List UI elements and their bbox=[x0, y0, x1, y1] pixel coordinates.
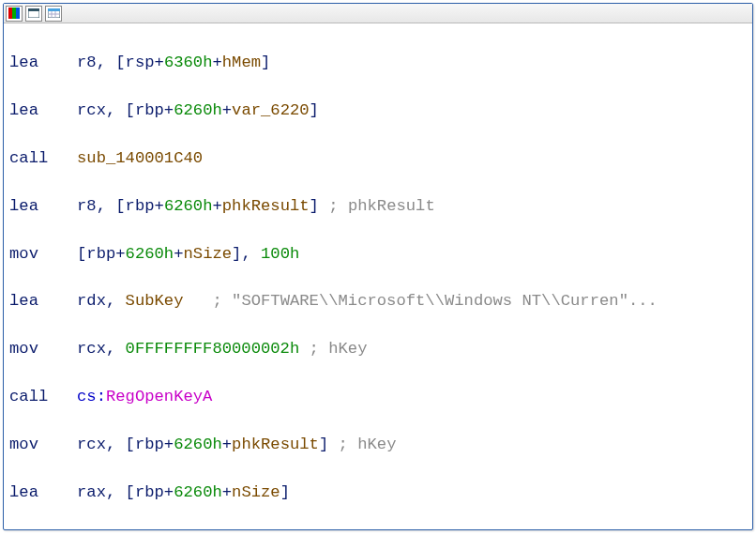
svg-rect-4 bbox=[28, 8, 39, 11]
svg-rect-0 bbox=[8, 8, 12, 19]
comment: ; phkResult bbox=[319, 197, 435, 215]
svg-rect-6 bbox=[48, 8, 60, 11]
mnemonic: call bbox=[9, 385, 77, 408]
mnemonic: mov bbox=[9, 433, 77, 456]
svg-rect-1 bbox=[12, 8, 16, 19]
calendar-icon bbox=[48, 8, 60, 18]
grid-button[interactable] bbox=[45, 6, 62, 22]
disassembly-listing[interactable]: lear8, [rsp+6360h+hMem] learcx, [rbp+626… bbox=[4, 23, 752, 529]
asm-line: lear8, [rbp+6260h+phkResult] ; phkResult bbox=[9, 194, 747, 218]
mnemonic: lea bbox=[9, 51, 77, 74]
mnemonic: mov bbox=[9, 528, 77, 529]
asm-line: movrcx, [rbp+6260h+phkResult] ; hKey bbox=[9, 433, 747, 456]
string-literal: "SOFTWARE\\Microsoft\\Windows NT\\Curren… bbox=[232, 292, 628, 310]
comment: ; hKey bbox=[299, 340, 367, 358]
asm-line: callsub_140001C40 bbox=[9, 146, 747, 170]
mnemonic: lea bbox=[9, 289, 77, 313]
mnemonic: call bbox=[9, 146, 77, 170]
asm-line: learcx, [rbp+6260h+var_6220] bbox=[9, 99, 747, 122]
svg-rect-2 bbox=[16, 8, 20, 19]
mnemonic: mov bbox=[9, 242, 77, 266]
window-button[interactable] bbox=[25, 6, 42, 22]
asm-line: mov[rbp+6260h+nSize], 100h bbox=[9, 242, 747, 266]
window-icon bbox=[28, 8, 39, 18]
mnemonic: mov bbox=[9, 337, 77, 360]
asm-line: lear8, [rsp+6360h+hMem] bbox=[9, 51, 747, 74]
toolbar bbox=[4, 4, 752, 23]
disassembly-window: lear8, [rsp+6360h+hMem] learcx, [rbp+626… bbox=[3, 3, 753, 530]
asm-line: learax, [rbp+6260h+nSize] bbox=[9, 481, 747, 504]
palette-icon bbox=[8, 8, 20, 19]
asm-line: movrcx, 0FFFFFFFF80000002h ; hKey bbox=[9, 337, 747, 360]
mnemonic: lea bbox=[9, 99, 77, 122]
comment: ; hKey bbox=[328, 436, 396, 453]
asm-line: movqword ptr [rsp+6360h+dwService], rax … bbox=[9, 528, 747, 529]
asm-line: callcs:RegOpenKeyA bbox=[9, 385, 747, 408]
mnemonic: lea bbox=[9, 194, 77, 218]
mnemonic: lea bbox=[9, 481, 77, 504]
asm-line: leardx, SubKey ; "SOFTWARE\\Microsoft\\W… bbox=[9, 289, 747, 313]
api-name: RegOpenKeyA bbox=[106, 388, 212, 405]
comment: ; bbox=[183, 292, 232, 310]
palette-button[interactable] bbox=[6, 6, 23, 22]
